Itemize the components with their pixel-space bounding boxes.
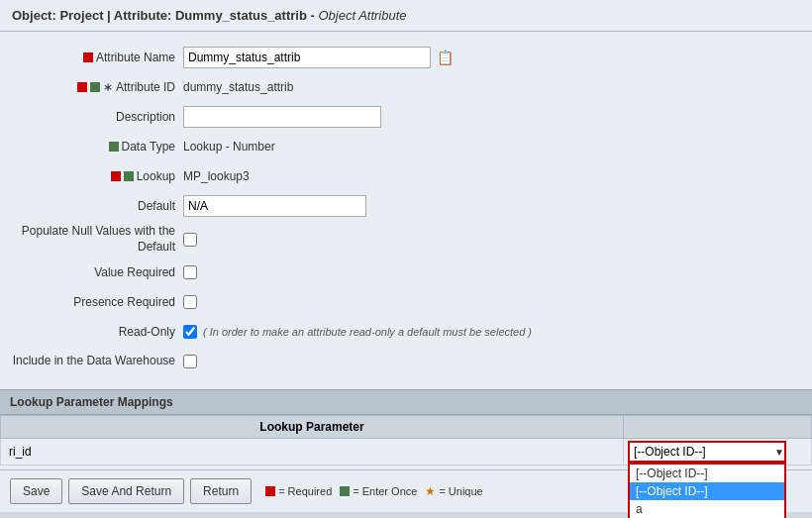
dropdown-wrapper: [--Object ID--] ▼ [--Object ID--] [--Obj… bbox=[628, 441, 807, 463]
lookup-row: Lookup MP_lookup3 bbox=[10, 164, 802, 188]
value-required-label: Value Required bbox=[10, 265, 183, 279]
populate-null-label: Populate Null Values with the Default bbox=[10, 224, 183, 255]
default-value bbox=[183, 195, 802, 217]
save-button[interactable]: Save bbox=[10, 478, 62, 504]
legend-unique-item: ★ = Unique bbox=[425, 484, 482, 498]
presence-required-value bbox=[183, 295, 802, 309]
legend-enter-once-icon bbox=[340, 486, 350, 496]
include-dw-label: Include in the Data Warehouse bbox=[10, 354, 183, 369]
title-sub-label: Object Attribute bbox=[318, 8, 406, 23]
lookup-label: Lookup bbox=[10, 169, 183, 183]
attribute-id-label: ∗ Attribute ID bbox=[10, 80, 183, 94]
required-icon bbox=[83, 52, 93, 62]
description-input[interactable] bbox=[183, 106, 381, 128]
read-only-value: ( In order to make an attribute read-onl… bbox=[183, 325, 802, 339]
lookup-text: MP_lookup3 bbox=[183, 169, 250, 183]
value-required-value bbox=[183, 265, 802, 279]
form-section: Attribute Name 📋 ∗ Attribute ID dummy_st… bbox=[0, 42, 812, 383]
dropdown-item-2[interactable]: a bbox=[630, 500, 784, 518]
description-value bbox=[183, 106, 802, 128]
include-dw-row: Include in the Data Warehouse bbox=[10, 350, 802, 373]
attribute-name-value: 📋 bbox=[183, 47, 802, 68]
object-id-dropdown[interactable]: [--Object ID--] bbox=[628, 441, 786, 463]
attribute-name-input[interactable] bbox=[183, 47, 431, 68]
default-label: Default bbox=[10, 199, 183, 213]
title-bar: Object: Project | Attribute: Dummy_statu… bbox=[0, 0, 812, 32]
lookup-value: MP_lookup3 bbox=[183, 169, 802, 183]
presence-required-row: Presence Required bbox=[10, 290, 802, 314]
description-label: Description bbox=[10, 110, 183, 124]
legend-unique-label: = Unique bbox=[439, 485, 482, 497]
lookup-table: Lookup Parameter ri_id bbox=[0, 415, 812, 466]
lookup-param-cell: ri_id bbox=[1, 439, 624, 466]
required-icon-3 bbox=[111, 171, 121, 181]
lookup-param-header: Lookup Parameter bbox=[1, 416, 624, 439]
presence-required-checkbox[interactable] bbox=[183, 295, 197, 309]
legend-required-item: = Required bbox=[265, 485, 332, 497]
include-dw-value bbox=[183, 355, 802, 368]
legend-enter-once-label: = Enter Once bbox=[353, 485, 417, 497]
populate-null-value bbox=[183, 233, 802, 247]
attribute-name-label: Attribute Name bbox=[10, 51, 183, 64]
main-content: Attribute Name 📋 ∗ Attribute ID dummy_st… bbox=[0, 32, 812, 512]
lookup-table-row: ri_id [--Object ID--] ▼ bbox=[1, 439, 812, 466]
enter-once-icon bbox=[90, 82, 100, 92]
attribute-name-row: Attribute Name 📋 bbox=[10, 46, 802, 69]
lookup-enter-once-icon bbox=[124, 171, 134, 181]
attribute-id-row: ∗ Attribute ID dummy_status_attrib bbox=[10, 75, 802, 99]
value-required-checkbox[interactable] bbox=[183, 265, 197, 279]
data-type-enter-once-icon bbox=[109, 142, 119, 152]
legend-required-icon bbox=[265, 486, 275, 496]
description-row: Description bbox=[10, 105, 802, 129]
lookup-dropdown-cell: [--Object ID--] ▼ [--Object ID--] [--Obj… bbox=[624, 439, 812, 466]
data-type-text: Lookup - Number bbox=[183, 140, 275, 154]
legend-unique-icon: ★ bbox=[425, 484, 436, 498]
include-dw-checkbox[interactable] bbox=[183, 355, 197, 368]
object-id-dropdown-container: [--Object ID--] ▼ [--Object ID--] [--Obj… bbox=[628, 441, 786, 463]
read-only-label: Read-Only bbox=[10, 325, 183, 339]
populate-null-row: Populate Null Values with the Default bbox=[10, 224, 802, 255]
attribute-id-text: dummy_status_attrib bbox=[183, 80, 293, 94]
lookup-value-header bbox=[624, 416, 812, 439]
read-only-checkbox[interactable] bbox=[183, 325, 197, 339]
attribute-id-value: dummy_status_attrib bbox=[183, 80, 802, 94]
legend-bar: = Required = Enter Once ★ = Unique bbox=[265, 484, 483, 498]
data-type-label: Data Type bbox=[10, 140, 183, 154]
default-input[interactable] bbox=[183, 195, 366, 217]
default-row: Default bbox=[10, 194, 802, 218]
dropdown-list: [--Object ID--] [--Object ID--] a actual… bbox=[628, 463, 786, 518]
required-icon-2 bbox=[77, 82, 87, 92]
read-only-row: Read-Only ( In order to make an attribut… bbox=[10, 320, 802, 344]
data-type-value: Lookup - Number bbox=[183, 140, 802, 154]
lookup-section-header: Lookup Parameter Mappings bbox=[0, 389, 812, 415]
copy-icon[interactable]: 📋 bbox=[437, 50, 454, 65]
read-only-note: ( In order to make an attribute read-onl… bbox=[203, 326, 532, 338]
value-required-row: Value Required bbox=[10, 260, 802, 284]
dropdown-item-0[interactable]: [--Object ID--] bbox=[630, 465, 784, 482]
legend-required-label: = Required bbox=[278, 485, 332, 497]
save-and-return-button[interactable]: Save And Return bbox=[68, 478, 184, 504]
populate-null-checkbox[interactable] bbox=[183, 233, 197, 247]
data-type-row: Data Type Lookup - Number bbox=[10, 135, 802, 158]
title-object-label: Object: Project | Attribute: Dummy_statu… bbox=[12, 8, 315, 23]
return-button[interactable]: Return bbox=[190, 478, 252, 504]
presence-required-label: Presence Required bbox=[10, 295, 183, 309]
dropdown-item-1[interactable]: [--Object ID--] bbox=[630, 482, 784, 500]
legend-enter-once-item: = Enter Once bbox=[340, 485, 417, 497]
